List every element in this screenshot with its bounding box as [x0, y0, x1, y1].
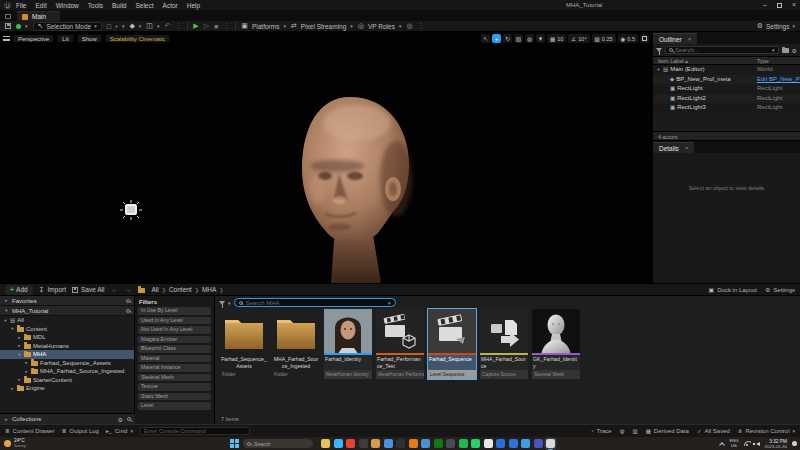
pixel-streaming-dropdown[interactable]: ⇄Pixel Streaming▾	[291, 22, 353, 30]
menu-window[interactable]: Window	[56, 2, 79, 9]
expander-icon[interactable]: ▸	[24, 369, 29, 374]
show-dropdown[interactable]: Show	[77, 34, 102, 43]
outliner-row[interactable]: ▣RectLightRectLight	[653, 84, 800, 94]
tab-main-level[interactable]: Main	[17, 11, 60, 21]
camera-app-icon[interactable]	[484, 439, 493, 448]
collections-settings-icon[interactable]: ⚙	[118, 416, 123, 423]
back-button[interactable]: ←	[110, 286, 118, 294]
weather-widget[interactable]: 24°C Sunny	[0, 439, 26, 448]
expander-icon[interactable]: ▸	[17, 377, 22, 382]
scale-snap-control[interactable]: ▧0.25	[592, 34, 616, 43]
trace-button[interactable]: ◔Trace	[590, 428, 611, 434]
rotation-snap-control[interactable]: ∠10°	[568, 34, 589, 43]
play-options-icon[interactable]: ⋮	[223, 22, 230, 30]
menu-help[interactable]: Help	[187, 2, 200, 9]
close-icon[interactable]: ×	[685, 145, 689, 151]
filter-skeletal-mesh[interactable]: Skeletal Mesh	[138, 374, 211, 382]
vp-roles-dropdown[interactable]: ◎VP Roles▾	[358, 22, 402, 30]
tab-details[interactable]: Details ×	[653, 142, 694, 153]
filter-used-in-any-level[interactable]: Used In Any Level	[138, 317, 211, 325]
save-icon[interactable]	[5, 23, 11, 29]
tree-item-startercontent[interactable]: ▸StarterContent	[0, 376, 134, 385]
add-actor-button[interactable]: □+▾	[107, 23, 125, 30]
edge-browser-icon[interactable]	[334, 439, 343, 448]
rotate-tool-icon[interactable]: ↻	[503, 34, 512, 43]
asset-search-field[interactable]	[246, 300, 385, 306]
filter-material-instance[interactable]: Material Instance	[138, 364, 211, 372]
search-icon[interactable]	[127, 417, 131, 421]
derived-data-button[interactable]: ▦Derived Data	[646, 428, 689, 434]
revision-control-button[interactable]: ⋔Revision Control▾	[738, 428, 795, 434]
add-button[interactable]: +Add	[5, 285, 33, 295]
expander-icon[interactable]: ▸	[10, 386, 15, 391]
content-settings-button[interactable]: ⚙Settings	[765, 286, 795, 293]
world-space-icon[interactable]: ◍	[525, 34, 534, 43]
cmd-dropdown[interactable]: ▸_Cmd▾	[106, 428, 133, 434]
teams-icon[interactable]	[534, 439, 543, 448]
perspective-dropdown[interactable]: Perspective	[13, 34, 54, 43]
filter-texture[interactable]: Texture	[138, 383, 211, 391]
maximize-viewport-icon[interactable]	[640, 34, 649, 43]
browser-icon[interactable]	[384, 439, 393, 448]
globe-app-icon[interactable]	[496, 439, 505, 448]
move-tool-icon[interactable]: +	[492, 34, 501, 43]
menu-edit[interactable]: Edit	[35, 2, 46, 9]
outliner-search-input[interactable]: ▾	[665, 46, 779, 54]
rect-light-sprite[interactable]	[120, 200, 142, 220]
skip-button[interactable]: ▷	[204, 22, 209, 30]
menu-file[interactable]: File	[16, 2, 26, 9]
outliner-browse-icon[interactable]	[782, 48, 789, 53]
insights-icon[interactable]: ▥	[632, 428, 637, 434]
globe-status-icon[interactable]: ◍	[620, 428, 625, 434]
platforms-dropdown[interactable]: ▣Platforms▾	[241, 22, 286, 30]
wifi-icon[interactable]	[744, 441, 751, 446]
audio-app-icon[interactable]	[446, 439, 455, 448]
outliner-row[interactable]: ▣RectLight3RectLight	[653, 103, 800, 113]
asset-tile-farhad_identity[interactable]: Farhad_IdentityMetaHuman Identity	[324, 309, 372, 379]
grid-snap-control[interactable]: ▦10	[547, 34, 566, 43]
filter-niagara-emitter[interactable]: Niagara Emitter	[138, 336, 211, 344]
console-input[interactable]	[140, 427, 250, 435]
minimize-button[interactable]: –	[763, 0, 767, 10]
tree-item-metahumans[interactable]: ▸MetaHumans	[0, 342, 134, 351]
import-button[interactable]: ↧Import	[39, 286, 66, 294]
expander-icon[interactable]: ▾	[10, 326, 15, 331]
notifications-icon[interactable]	[792, 441, 797, 446]
outliner-filter-icon[interactable]	[656, 48, 662, 52]
breadcrumb-mha[interactable]: MHA	[202, 286, 216, 293]
viewport-menu-icon[interactable]	[3, 36, 10, 41]
settings-dropdown[interactable]: ⚙ Settings ▾	[757, 22, 795, 30]
close-icon[interactable]: ×	[688, 36, 692, 42]
chrome-icon[interactable]	[346, 439, 355, 448]
spotify-icon[interactable]	[459, 439, 468, 448]
xbox-icon[interactable]	[434, 439, 443, 448]
camera-speed-control[interactable]: ◉0.5	[618, 34, 638, 43]
language-switcher[interactable]: ENG US	[729, 439, 738, 448]
clock-widget[interactable]: 3:32 PM 2023-06-30	[765, 439, 787, 449]
source-control-button[interactable]: ▾	[16, 23, 28, 29]
play-button[interactable]: ▶	[193, 22, 198, 30]
filter-in-use-by-level[interactable]: In Use By Level	[138, 307, 211, 315]
tree-item-content[interactable]: ▾Content	[0, 325, 134, 334]
tree-item-mha_farhad_source_ingested[interactable]: ▸MHA_Farhad_Source_Ingested	[0, 367, 134, 376]
asset-tile-farhad_sequence[interactable]: Farhad_SequenceLevel Sequence	[428, 309, 476, 379]
media-player-icon[interactable]	[359, 439, 368, 448]
filter-not-used-in-any-level[interactable]: Not Used In Any Level	[138, 326, 211, 334]
whatsapp-icon[interactable]	[471, 439, 480, 448]
dock-in-layout-button[interactable]: ▣Dock in Layout	[709, 286, 757, 293]
user-app-icon[interactable]	[421, 439, 430, 448]
surface-snap-icon[interactable]: ▼	[536, 34, 545, 43]
tab-outliner[interactable]: Outliner ×	[653, 33, 697, 44]
taskbar-search-field[interactable]	[254, 441, 309, 447]
filter-static-mesh[interactable]: Static Mesh	[138, 393, 211, 401]
asset-search-input[interactable]: ▾	[234, 298, 396, 307]
filter-level[interactable]: Level	[138, 402, 211, 410]
scale-tool-icon[interactable]: ▧	[514, 34, 523, 43]
all-saved-status[interactable]: ✓All Saved	[697, 428, 730, 434]
stop-button[interactable]: ■	[214, 23, 218, 30]
more-options-icon[interactable]: ⋮	[175, 22, 182, 30]
volume-icon[interactable]	[756, 442, 760, 446]
outliner-row[interactable]: ◆BP_New_Prof_metaEdit BP_New_Prof_meta	[653, 75, 800, 85]
blueprints-button[interactable]: ◆▾	[129, 22, 141, 30]
menu-tools[interactable]: Tools	[88, 2, 103, 9]
